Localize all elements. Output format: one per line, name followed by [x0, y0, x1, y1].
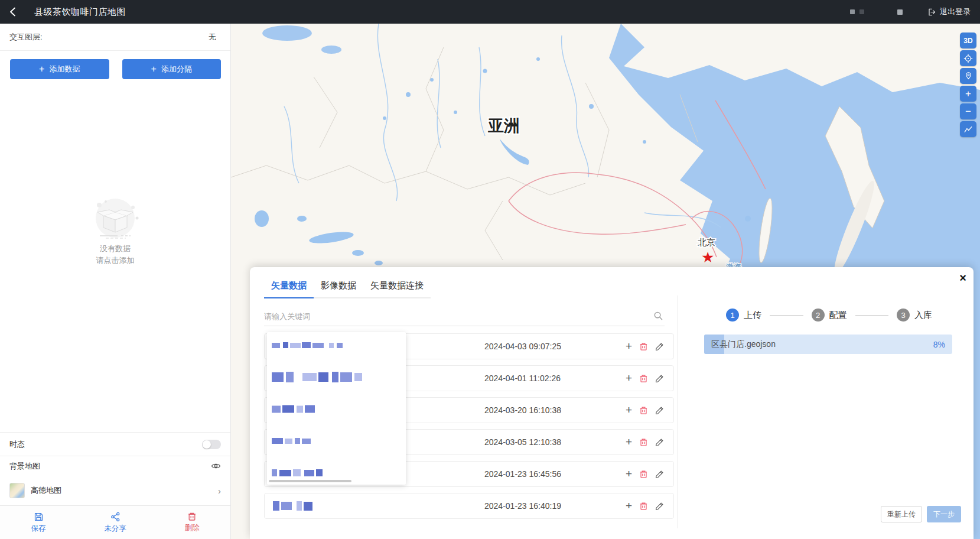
map-label-city: 北京 — [698, 237, 715, 247]
add-icon[interactable]: + — [626, 372, 632, 384]
trash-icon[interactable] — [639, 374, 648, 383]
step-configure: 2 配置 — [812, 309, 847, 322]
masked-dataset-name — [272, 372, 362, 382]
basemap-name: 高德地图 — [31, 485, 61, 496]
locate-icon — [963, 54, 973, 63]
tab-vector-connection[interactable]: 矢量数据连接 — [363, 275, 431, 298]
dataset-timestamp: 2024-04-03 09:07:25 — [484, 342, 561, 351]
masked-dataset-name — [273, 501, 312, 511]
map-controls: 3D + − — [960, 33, 976, 137]
share-icon — [110, 512, 121, 522]
reupload-button[interactable]: 重新上传 — [881, 506, 922, 522]
step-number: 1 — [726, 309, 739, 322]
search-icon[interactable] — [653, 311, 663, 323]
pin-button[interactable] — [960, 68, 976, 84]
add-data-label: 添加数据 — [49, 64, 80, 74]
page-title: 县级茶饮咖啡门店地图 — [34, 7, 126, 18]
sidebar-footer: 保存 未分享 删除 — [0, 505, 230, 539]
next-step-button[interactable]: 下一步 — [927, 506, 961, 522]
trash-icon[interactable] — [639, 406, 648, 415]
masked-text — [859, 9, 864, 14]
map-label-continent: 亚洲 — [487, 117, 520, 135]
search-row — [264, 307, 665, 326]
threed-button[interactable]: 3D — [960, 33, 976, 48]
upload-progress-bar: 区县门店.geojson 8% — [704, 335, 952, 354]
masked-text — [897, 9, 903, 15]
edit-pencil-icon[interactable] — [655, 470, 664, 479]
modal-left-panel: 矢量数据 影像数据 矢量数据连接 2024-04-03 09:07:25 + — [250, 267, 678, 539]
empty-no-data-text: 没有数据 — [0, 243, 230, 254]
eye-icon[interactable] — [211, 461, 221, 471]
horizontal-scrollbar[interactable] — [269, 480, 351, 482]
dataset-timestamp: 2024-03-20 16:10:38 — [484, 405, 561, 415]
edit-pencil-icon[interactable] — [655, 342, 664, 351]
dataset-row[interactable]: 2024-01-23 16:40:19 + — [264, 493, 674, 519]
chevron-right-icon: › — [218, 486, 221, 496]
trash-icon[interactable] — [639, 342, 648, 351]
edit-pencil-icon[interactable] — [655, 438, 664, 447]
red-star-marker[interactable]: ★ — [701, 249, 714, 265]
step-connector — [855, 315, 889, 316]
upload-percent: 8% — [933, 335, 945, 354]
trash-icon[interactable] — [639, 502, 648, 511]
masked-dataset-name — [272, 438, 311, 444]
step-label: 入库 — [914, 310, 932, 321]
add-icon[interactable]: + — [626, 404, 632, 415]
add-divider-label: 添加分隔 — [161, 64, 192, 74]
dataset-timestamp: 2024-04-01 11:02:26 — [484, 374, 561, 383]
add-icon[interactable]: + — [626, 340, 632, 352]
trash-icon[interactable] — [639, 470, 648, 479]
basemap-thumbnail — [9, 483, 25, 498]
masked-dataset-name — [272, 405, 315, 413]
add-icon[interactable]: + — [626, 468, 632, 479]
left-sidebar: 交互图层: 无 + 添加数据 + 添加分隔 — [0, 24, 231, 539]
add-icon[interactable]: + — [626, 436, 632, 447]
locate-button[interactable] — [960, 50, 976, 66]
pin-icon — [964, 72, 973, 80]
plus-icon: + — [151, 64, 157, 74]
search-input[interactable] — [264, 307, 665, 326]
background-map-row: 背景地图 — [0, 456, 230, 476]
back-button[interactable] — [0, 0, 27, 24]
masked-dataset-name — [272, 469, 323, 476]
edit-pencil-icon[interactable] — [655, 502, 664, 511]
step-label: 配置 — [829, 310, 847, 321]
upload-steps: 1 上传 2 配置 3 入库 — [726, 309, 932, 322]
add-icon[interactable]: + — [626, 500, 632, 511]
zoom-in-button[interactable]: + — [960, 86, 976, 102]
empty-box-illustration — [80, 198, 151, 241]
masked-text — [850, 9, 855, 14]
trash-icon[interactable] — [639, 438, 648, 447]
save-label: 保存 — [31, 524, 46, 534]
share-button[interactable]: 未分享 — [77, 506, 154, 539]
step-label: 上传 — [744, 310, 761, 321]
basemap-item[interactable]: 高德地图 › — [0, 476, 230, 505]
plus-icon: + — [39, 64, 44, 74]
delete-button[interactable]: 删除 — [154, 506, 230, 539]
edit-pencil-icon[interactable] — [655, 374, 664, 383]
temporal-toggle[interactable] — [202, 440, 221, 449]
masked-dataset-name — [272, 342, 343, 348]
step-number: 2 — [812, 309, 825, 322]
edit-pencil-icon[interactable] — [655, 406, 664, 415]
logout-button[interactable]: 退出登录 — [927, 7, 971, 17]
modal-right-panel: 1 上传 2 配置 3 入库 区县门店.geojson 8% — [678, 267, 974, 539]
upload-filename: 区县门店.geojson — [711, 335, 776, 354]
tab-bar: 矢量数据 影像数据 矢量数据连接 — [264, 275, 431, 298]
temporal-row: 时态 — [0, 432, 230, 456]
tab-vector-data[interactable]: 矢量数据 — [264, 275, 314, 298]
data-modal: × 矢量数据 影像数据 矢量数据连接 2024-04-03 09:07:25 — [250, 267, 974, 539]
polyline-button[interactable] — [960, 121, 976, 137]
delete-label: 删除 — [185, 523, 200, 533]
step-upload: 1 上传 — [726, 309, 761, 322]
zoom-out-button[interactable]: − — [960, 103, 976, 119]
step-connector — [770, 315, 803, 316]
save-button[interactable]: 保存 — [0, 506, 77, 539]
dataset-timestamp: 2024-01-23 16:45:56 — [484, 469, 561, 479]
logout-label: 退出登录 — [940, 7, 971, 17]
delete-trash-icon — [187, 512, 197, 521]
tab-image-data[interactable]: 影像数据 — [314, 275, 363, 298]
add-divider-button[interactable]: + 添加分隔 — [122, 59, 222, 79]
add-data-button[interactable]: + 添加数据 — [10, 59, 109, 79]
dataset-timestamp: 2024-01-23 16:40:19 — [484, 501, 561, 511]
